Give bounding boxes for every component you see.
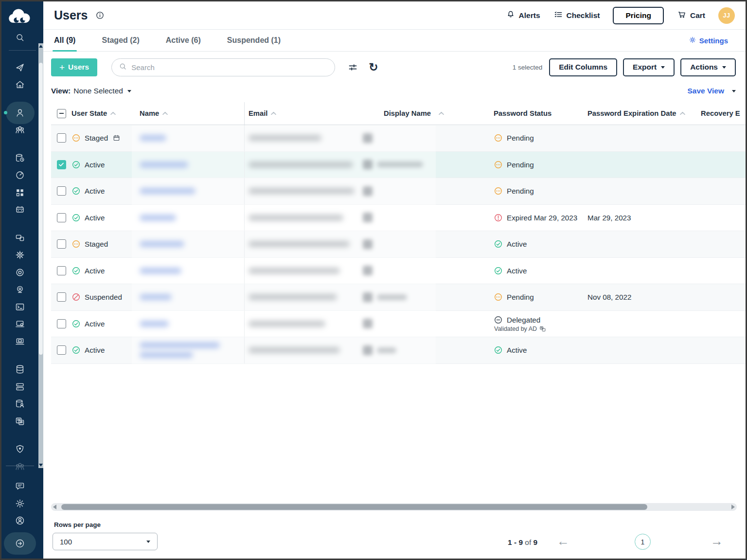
sidebar-item-rocket[interactable]	[1, 59, 38, 76]
scroll-up-arrow-icon[interactable]	[39, 45, 43, 48]
redacted-name-text[interactable]	[140, 342, 220, 348]
table-row[interactable]: ActivePending	[51, 152, 746, 179]
sidebar-search-icon[interactable]	[1, 28, 38, 47]
jumpcloud-logo-icon[interactable]	[1, 1, 38, 28]
refresh-icon[interactable]: ↻	[369, 62, 378, 73]
sidebar-item-laptop-gear[interactable]	[1, 316, 38, 333]
sidebar-item-webcam[interactable]	[1, 281, 38, 299]
sidebar-item-helm[interactable]	[1, 247, 38, 264]
sort-caret-icon[interactable]	[680, 111, 685, 115]
next-page-arrow-icon[interactable]: →	[711, 535, 723, 547]
sort-caret-icon[interactable]	[162, 111, 168, 115]
scroll-down-arrow-icon[interactable]	[39, 464, 43, 467]
name-cell[interactable]	[139, 284, 245, 310]
sidebar-item-gauge[interactable]	[1, 167, 38, 184]
sidebar-item-building[interactable]	[1, 201, 38, 219]
chevron-down-icon[interactable]	[127, 90, 131, 92]
tab-active-6[interactable]: Active (6)	[166, 30, 201, 51]
sidebar-item-users-group[interactable]	[1, 122, 38, 139]
sort-caret-icon[interactable]	[439, 111, 444, 115]
tab-staged-2[interactable]: Staged (2)	[102, 30, 139, 51]
search-box[interactable]	[111, 58, 335, 76]
sidebar-scrollbar[interactable]	[38, 43, 43, 468]
sidebar-item-database-clock[interactable]	[1, 149, 38, 167]
row-checkbox[interactable]	[57, 292, 66, 302]
sidebar-item-terminal[interactable]	[1, 298, 38, 316]
search-input[interactable]	[131, 63, 328, 72]
view-value[interactable]: None Selected	[73, 87, 123, 95]
previous-page-arrow-icon[interactable]: ←	[557, 535, 569, 547]
row-checkbox[interactable]	[57, 133, 66, 143]
scroll-right-arrow-icon[interactable]	[731, 505, 735, 509]
sidebar-item-grid[interactable]	[1, 184, 38, 201]
sidebar-item-target[interactable]	[1, 264, 38, 281]
table-row[interactable]: ActiveActive	[51, 337, 746, 364]
row-checkbox[interactable]	[57, 239, 66, 249]
row-checkbox[interactable]	[57, 160, 66, 169]
column-header-password-expiration-date[interactable]: Password Expiration Date	[587, 102, 701, 125]
sidebar-item-chat[interactable]	[1, 478, 38, 495]
column-header-user-state[interactable]: User State	[71, 102, 139, 125]
sidebar-item-gear[interactable]	[1, 495, 38, 512]
select-all-checkbox[interactable]	[57, 109, 66, 118]
horizontal-scrollbar[interactable]	[51, 503, 737, 511]
actions-button[interactable]: Actions	[680, 58, 736, 76]
table-row[interactable]: ActiveActive	[51, 258, 746, 285]
info-icon[interactable]	[95, 11, 105, 20]
name-cell[interactable]	[139, 152, 245, 178]
sidebar-scrollbar-thumb[interactable]	[39, 63, 43, 355]
name-cell[interactable]	[139, 231, 245, 257]
sidebar-item-server-stack[interactable]	[1, 378, 38, 396]
settings-link[interactable]: Settings	[689, 30, 728, 51]
sidebar-item-account[interactable]	[1, 512, 38, 530]
table-row[interactable]: StagedPending	[51, 125, 746, 152]
redacted-name-text[interactable]	[140, 188, 196, 194]
name-cell[interactable]	[139, 258, 245, 284]
name-cell[interactable]	[139, 311, 245, 337]
redacted-name-text[interactable]	[140, 162, 188, 168]
column-header-email[interactable]: Email	[245, 102, 360, 125]
alerts-button[interactable]: Alerts	[506, 10, 540, 21]
redacted-name-text[interactable]	[140, 294, 172, 300]
row-checkbox[interactable]	[57, 266, 66, 275]
edit-columns-button[interactable]: Edit Columns	[549, 58, 617, 76]
sidebar-item-devices[interactable]	[1, 229, 38, 247]
cart-button[interactable]: Cart	[677, 10, 705, 21]
export-button[interactable]: Export	[623, 58, 675, 76]
filter-icon[interactable]	[348, 62, 358, 72]
horizontal-scrollbar-thumb[interactable]	[61, 504, 647, 510]
column-header-name[interactable]: Name	[139, 102, 245, 125]
table-row[interactable]: StagedActive	[51, 231, 746, 258]
redacted-name-text[interactable]	[140, 215, 176, 221]
sort-caret-icon[interactable]	[110, 111, 116, 115]
name-cell[interactable]	[139, 337, 245, 363]
sidebar-item-database[interactable]	[1, 361, 38, 379]
table-row[interactable]: ActiveDelegatedValidated by AD	[51, 311, 746, 338]
pricing-button[interactable]: Pricing	[613, 7, 664, 24]
sidebar-collapse-button[interactable]	[4, 532, 36, 555]
name-cell[interactable]	[139, 205, 245, 231]
rows-per-page-select[interactable]: 100	[53, 533, 158, 550]
redacted-name-text[interactable]	[140, 352, 193, 358]
row-checkbox[interactable]	[57, 213, 66, 222]
sidebar-item-laptop[interactable]	[1, 333, 38, 350]
row-checkbox[interactable]	[57, 319, 66, 328]
sidebar-item-database-user[interactable]	[1, 396, 38, 413]
tab-suspended-1[interactable]: Suspended (1)	[227, 30, 281, 51]
sidebar-item-user[interactable]	[1, 104, 38, 122]
scroll-left-arrow-icon[interactable]	[53, 505, 56, 509]
row-checkbox[interactable]	[57, 186, 66, 196]
redacted-name-text[interactable]	[140, 268, 181, 274]
name-cell[interactable]	[139, 178, 245, 204]
tab-all-9[interactable]: All (9)	[54, 30, 75, 51]
sidebar-item-shield[interactable]	[1, 441, 38, 458]
sort-caret-icon[interactable]	[271, 111, 276, 115]
save-view-link[interactable]: Save View	[687, 87, 736, 95]
table-row[interactable]: SuspendedPendingNov 08, 2022	[51, 284, 746, 311]
redacted-name-text[interactable]	[140, 135, 166, 141]
page-number-button[interactable]: 1	[635, 534, 651, 550]
row-checkbox[interactable]	[57, 345, 66, 355]
sidebar-item-home[interactable]	[1, 76, 38, 94]
column-header-display-name[interactable]: Display Name	[360, 102, 493, 125]
redacted-name-text[interactable]	[140, 321, 169, 327]
